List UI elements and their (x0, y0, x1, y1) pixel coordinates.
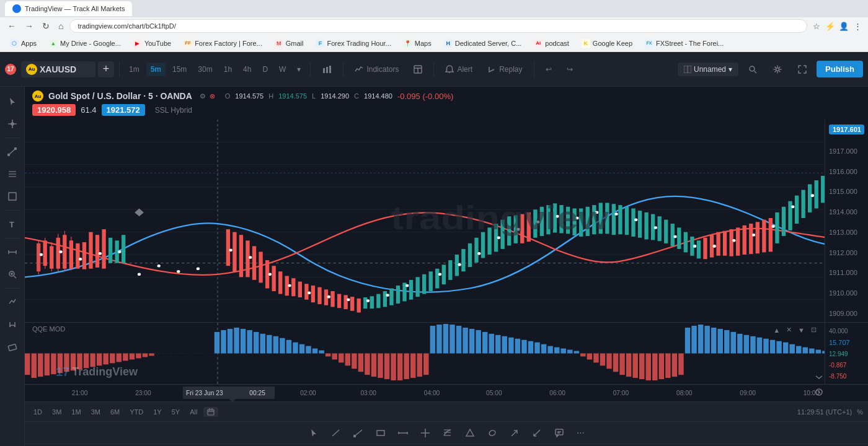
trend-line-tool[interactable] (2, 142, 22, 162)
period-ytd[interactable]: YTD (126, 407, 147, 417)
settings-btn[interactable] (767, 63, 788, 76)
bookmark-keep[interactable]: K Google Keep (577, 38, 637, 49)
svg-rect-126 (638, 211, 642, 238)
timeframe-5m[interactable]: 5m (146, 63, 166, 76)
period-all[interactable]: All (186, 407, 201, 417)
indicators-btn[interactable]: Indicators (348, 63, 405, 76)
bookmark-youtube[interactable]: ▶ YouTube (128, 38, 176, 49)
replay-btn[interactable]: Replay (481, 63, 528, 76)
draw-ray[interactable] (348, 426, 368, 440)
date-range-btn[interactable] (203, 407, 218, 417)
draw-ellipse[interactable] (482, 426, 502, 440)
bookmark-fxstreet[interactable]: FX FXStreet - The Forei... (640, 38, 728, 49)
active-tab[interactable]: TradingView — Track All Markets (5, 1, 132, 16)
publish-btn[interactable]: Publish (817, 61, 863, 77)
browser-nav-bar: ← → ↻ ⌂ tradingview.com/chart/bCk1ftpD/ … (0, 17, 868, 35)
period-5y[interactable]: 5Y (168, 407, 184, 417)
timeframe-1h[interactable]: 1h (219, 63, 236, 76)
fullscreen-btn[interactable] (792, 63, 813, 76)
draw-cross[interactable] (415, 426, 435, 440)
period-3m[interactable]: 3M (48, 407, 65, 417)
timeframe-1m[interactable]: 1m (125, 63, 144, 76)
svg-rect-315 (665, 354, 670, 378)
hide-icon[interactable]: ⊗ (210, 92, 215, 100)
draw-more[interactable]: ⋯ (572, 426, 590, 440)
bookmark-forex-factory[interactable]: FF Forex Factory | Fore... (179, 38, 267, 49)
alert-btn[interactable]: Alert (439, 63, 479, 76)
percent-btn[interactable]: % (857, 408, 863, 416)
redo-btn[interactable]: ↪ (560, 63, 579, 76)
nav-home-btn[interactable]: ⌂ (56, 20, 66, 32)
profile-icon[interactable]: 👤 (838, 20, 849, 32)
draw-triangle[interactable] (460, 426, 480, 440)
nav-refresh-btn[interactable]: ↻ (40, 20, 52, 32)
zoom-tool[interactable] (2, 265, 22, 284)
bookmark-podcast[interactable]: Ai podcast (529, 38, 574, 49)
timeframe-15m[interactable]: 15m (168, 63, 191, 76)
svg-rect-140 (729, 229, 733, 256)
templates-left-btn[interactable] (2, 292, 22, 312)
crosshair-tool[interactable] (2, 114, 22, 134)
bookmark-maps[interactable]: 📍 Maps (399, 38, 436, 49)
period-3m2[interactable]: 3M (87, 407, 104, 417)
svg-rect-298 (404, 354, 409, 380)
draw-line[interactable] (326, 426, 346, 440)
period-1d[interactable]: 1D (30, 407, 46, 417)
svg-rect-303 (587, 354, 592, 360)
menu-icon[interactable]: ⋮ (852, 20, 863, 32)
period-6m[interactable]: 6M (107, 407, 123, 417)
svg-rect-292 (365, 354, 370, 375)
draw-rect[interactable] (371, 426, 391, 440)
nav-forward-btn[interactable]: → (22, 20, 36, 32)
cursor-tool[interactable] (2, 92, 22, 112)
svg-rect-93 (422, 274, 426, 294)
shape-tool[interactable] (2, 186, 22, 206)
qqe-scroll-btn[interactable] (815, 373, 823, 382)
svg-rect-254 (750, 336, 755, 354)
timeframe-4h[interactable]: 4h (239, 63, 255, 76)
add-symbol-btn[interactable]: + (98, 61, 114, 77)
draw-horizontal[interactable] (393, 426, 413, 440)
svg-rect-258 (776, 341, 781, 354)
symbol-search[interactable]: Au XAUUSD (21, 61, 95, 77)
templates-btn[interactable] (407, 63, 428, 76)
search-btn[interactable] (742, 63, 763, 76)
settings-icon-small[interactable]: ⚙ (200, 92, 206, 100)
period-1m[interactable]: 1M (68, 407, 84, 417)
draw-pointer[interactable] (304, 426, 324, 440)
text-tool[interactable]: T (2, 214, 22, 234)
qqe-price-axis: 40.000 15.707 12.949 -0.867 -8.750 (825, 323, 868, 384)
svg-rect-142 (743, 225, 746, 255)
bookmark-forex-trading[interactable]: F Forex Trading Hour... (311, 38, 396, 49)
bookmark-dedicated-server[interactable]: H Dedicated Server, C... (439, 38, 527, 49)
magnet-tool[interactable] (2, 315, 22, 334)
svg-point-199 (811, 194, 814, 197)
timeframe-30m[interactable]: 30m (193, 63, 216, 76)
period-1y[interactable]: 1Y (149, 407, 165, 417)
timeframe-d[interactable]: D (258, 63, 272, 76)
time-reset-btn[interactable] (815, 388, 823, 396)
tradingview-app: 17 Au XAUUSD + 1m 5m 15m 30m 1h 4h D W ▾… (0, 52, 868, 446)
bookmark-gmail[interactable]: M Gmail (270, 38, 309, 49)
chart-type-btn[interactable] (316, 62, 338, 77)
main-chart-canvas[interactable]: tradingview 1917.601 1917.000 1916.000 1… (25, 120, 868, 322)
fibonacci-tool[interactable] (2, 164, 22, 184)
svg-rect-231 (495, 335, 500, 354)
draw-fib[interactable] (438, 426, 458, 440)
undo-btn[interactable]: ↩ (539, 63, 558, 76)
extension-icon[interactable]: ⚡ (825, 20, 836, 32)
measure-tool[interactable] (2, 242, 22, 262)
draw-text-note[interactable] (549, 426, 569, 440)
layout-btn[interactable]: Unnamed ▾ (678, 63, 738, 76)
nav-back-btn[interactable]: ← (5, 20, 19, 32)
bookmark-apps[interactable]: ⬡ Apps (5, 38, 42, 49)
draw-arrow[interactable] (505, 426, 525, 440)
url-bar[interactable]: tradingview.com/chart/bCk1ftpD/ (69, 19, 807, 33)
draw-measure[interactable] (527, 426, 547, 440)
bookmark-icon[interactable]: ☆ (811, 20, 822, 32)
bookmark-drive[interactable]: ▲ My Drive - Google... (44, 38, 126, 49)
eraser-tool[interactable] (2, 337, 22, 357)
svg-rect-261 (796, 346, 801, 354)
timeframe-more[interactable]: ▾ (293, 63, 305, 76)
timeframe-w[interactable]: W (275, 63, 290, 76)
